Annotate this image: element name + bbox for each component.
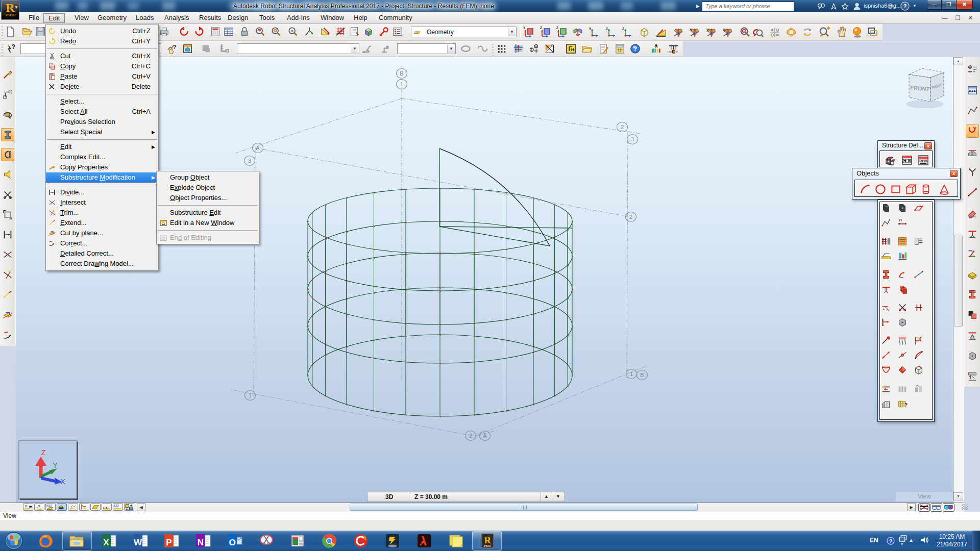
svg-text:?: ? xyxy=(903,3,907,9)
svg-text:Z: Z xyxy=(41,448,46,457)
svg-text:?: ? xyxy=(173,44,177,50)
svg-text:Y: Y xyxy=(523,26,526,30)
svg-text:ROB: ROB xyxy=(919,159,927,163)
svg-text:?: ? xyxy=(905,402,908,407)
svg-text:2: 2 xyxy=(629,214,632,220)
svg-text:1: 1 xyxy=(249,392,252,398)
svg-text:A: A xyxy=(483,433,487,439)
svg-text:?: ? xyxy=(633,45,638,53)
svg-text:B: B xyxy=(400,70,403,77)
svg-text:H: H xyxy=(571,47,574,52)
svg-text:#: # xyxy=(771,28,774,32)
svg-text:B: B xyxy=(640,372,644,378)
svg-text:a: a xyxy=(655,42,658,48)
svg-text:1: 1 xyxy=(531,47,533,52)
svg-text:n: n xyxy=(899,218,902,222)
svg-text:Y: Y xyxy=(53,461,58,469)
svg-text:A: A xyxy=(969,65,971,69)
svg-text:2: 2 xyxy=(469,433,472,439)
svg-text:n: n xyxy=(25,504,28,508)
svg-text:N12: N12 xyxy=(46,504,52,507)
svg-text:?: ? xyxy=(11,43,15,51)
svg-text:N: N xyxy=(198,538,204,547)
svg-text:m: m xyxy=(669,50,672,54)
svg-text:Y: Y xyxy=(676,51,678,54)
svg-text:Z: Z xyxy=(622,27,625,31)
svg-text:2: 2 xyxy=(621,124,624,130)
svg-text:Q: Q xyxy=(771,33,774,37)
svg-text:PRO: PRO xyxy=(484,544,491,547)
svg-text:Z: Z xyxy=(540,26,543,30)
svg-text:y: y xyxy=(706,28,708,32)
svg-text:3: 3 xyxy=(248,158,251,164)
svg-text:?: ? xyxy=(889,538,893,544)
svg-text:P: P xyxy=(166,538,172,547)
svg-text:X: X xyxy=(103,538,109,547)
svg-text:1: 1 xyxy=(400,81,403,87)
svg-text:X: X xyxy=(60,478,65,486)
svg-text:Z: Z xyxy=(606,27,608,31)
svg-text:O: O xyxy=(229,538,235,547)
svg-text:n: n xyxy=(38,504,40,508)
svg-text:Q: Q xyxy=(776,28,779,32)
svg-text:A: A xyxy=(256,145,260,151)
svg-text:W: W xyxy=(134,538,142,547)
svg-text:123: 123 xyxy=(114,504,118,507)
svg-text:R: R xyxy=(484,535,491,545)
svg-text:A: A xyxy=(535,45,537,48)
svg-text:3: 3 xyxy=(631,136,634,142)
svg-text:z: z xyxy=(723,28,725,31)
svg-text:Y: Y xyxy=(589,27,592,31)
svg-text:1: 1 xyxy=(630,371,633,377)
svg-text:#: # xyxy=(776,33,779,37)
svg-text:Z: Z xyxy=(556,26,559,30)
svg-text:x: x xyxy=(690,28,692,31)
